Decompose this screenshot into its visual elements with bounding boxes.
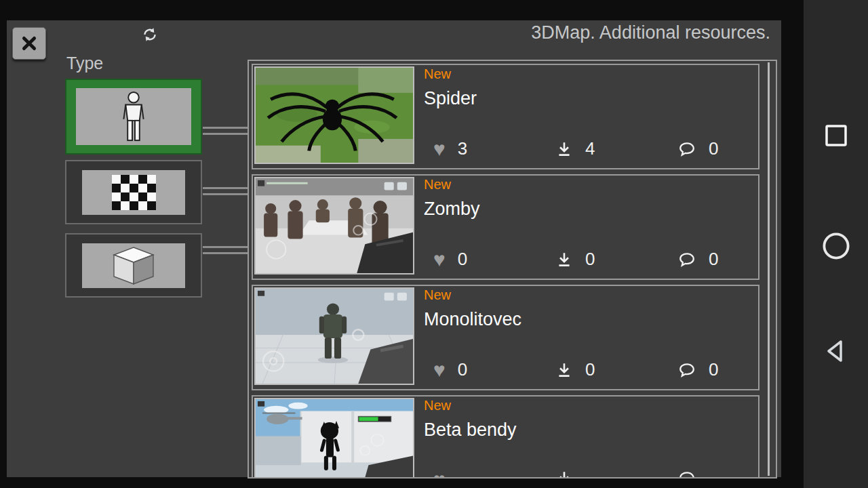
connector-line bbox=[203, 246, 248, 248]
comments-count: 0 bbox=[709, 138, 721, 159]
recents-square-icon bbox=[823, 122, 850, 149]
new-badge: New bbox=[424, 398, 758, 413]
resource-card-zomby[interactable]: New Zomby ♥ 0 0 bbox=[252, 174, 760, 280]
cube-icon bbox=[106, 245, 161, 287]
resource-card-spider[interactable]: New Spider ♥ 3 4 bbox=[252, 64, 760, 169]
back-triangle-icon bbox=[823, 338, 850, 365]
downloads-count: 0 bbox=[585, 249, 597, 270]
resources-panel: 3DMap. Additional resources. Type bbox=[7, 20, 781, 477]
new-badge: New bbox=[424, 177, 758, 192]
home-button[interactable] bbox=[821, 230, 852, 262]
thumbnail-spider bbox=[254, 66, 414, 164]
comments-stat: 0 bbox=[677, 138, 721, 159]
likes-stat: ♥ 3 bbox=[433, 138, 470, 159]
resource-title: Monolitovec bbox=[424, 309, 758, 330]
likes-stat: ♥ bbox=[433, 470, 470, 479]
type-character-thumb bbox=[76, 88, 191, 145]
comments-stat: 0 bbox=[677, 359, 721, 380]
card-body: New Beta bendy ♥ bbox=[416, 396, 758, 479]
stats-row: ♥ bbox=[424, 470, 751, 479]
checkerboard-icon bbox=[112, 175, 156, 210]
likes-stat: ♥ 0 bbox=[433, 249, 470, 270]
resource-title: Beta bendy bbox=[424, 420, 758, 441]
type-label: Type bbox=[66, 54, 103, 73]
type-texture-thumb bbox=[82, 170, 185, 215]
comments-count: 0 bbox=[709, 249, 721, 270]
close-button[interactable] bbox=[12, 27, 46, 60]
close-icon bbox=[20, 35, 38, 52]
download-icon bbox=[555, 470, 573, 479]
connector-line bbox=[203, 133, 248, 135]
android-nav-bar bbox=[804, 0, 868, 488]
likes-count: 0 bbox=[458, 249, 470, 270]
likes-stat: ♥ 0 bbox=[433, 359, 470, 380]
connector-line bbox=[203, 187, 248, 189]
comment-icon bbox=[677, 251, 696, 268]
likes-count: 0 bbox=[458, 359, 470, 380]
connector-line bbox=[203, 252, 248, 254]
refresh-icon[interactable] bbox=[141, 26, 159, 43]
card-body: New Monolitovec ♥ 0 0 bbox=[416, 286, 758, 389]
stats-row: ♥ 0 0 0 bbox=[424, 249, 751, 272]
download-icon bbox=[555, 361, 573, 379]
comment-icon bbox=[677, 361, 696, 379]
resource-list: New Spider ♥ 3 4 bbox=[248, 60, 777, 479]
scrollbar[interactable] bbox=[768, 62, 770, 476]
comments-stat: 0 bbox=[677, 249, 721, 270]
downloads-stat: 0 bbox=[555, 359, 597, 380]
download-icon bbox=[555, 251, 573, 268]
thumbnail-beta-bendy bbox=[254, 398, 414, 479]
comments-stat bbox=[677, 470, 721, 479]
downloads-count: 0 bbox=[585, 359, 597, 380]
type-character-button[interactable] bbox=[65, 79, 202, 155]
connector-line bbox=[203, 127, 248, 129]
downloads-count: 4 bbox=[585, 138, 597, 159]
download-icon bbox=[555, 140, 573, 158]
screen: 3DMap. Additional resources. Type bbox=[0, 0, 868, 488]
resource-title: Zomby bbox=[424, 199, 758, 220]
person-icon bbox=[118, 90, 149, 143]
likes-count: 3 bbox=[458, 138, 470, 159]
downloads-stat: 4 bbox=[555, 138, 597, 159]
heart-icon: ♥ bbox=[433, 470, 446, 479]
downloads-stat bbox=[555, 470, 597, 479]
resource-card-monolitovec[interactable]: New Monolitovec ♥ 0 0 bbox=[252, 285, 760, 390]
thumbnail-monolitovec bbox=[254, 287, 414, 385]
new-badge: New bbox=[424, 287, 758, 303]
comments-count: 0 bbox=[709, 359, 721, 380]
type-model-button[interactable] bbox=[65, 233, 202, 298]
back-button[interactable] bbox=[821, 336, 852, 367]
refresh-arrows-icon bbox=[141, 26, 159, 43]
resource-title: Spider bbox=[424, 88, 758, 109]
recents-button[interactable] bbox=[821, 120, 852, 151]
comment-icon bbox=[677, 140, 696, 158]
type-model-thumb bbox=[82, 243, 185, 288]
heart-icon: ♥ bbox=[433, 249, 446, 270]
resource-card-beta-bendy[interactable]: New Beta bendy ♥ bbox=[252, 395, 760, 479]
card-body: New Zomby ♥ 0 0 bbox=[416, 176, 758, 279]
home-circle-icon bbox=[821, 231, 851, 261]
comment-icon bbox=[677, 470, 696, 479]
type-texture-button[interactable] bbox=[65, 160, 202, 224]
new-badge: New bbox=[424, 66, 758, 82]
stats-row: ♥ 3 4 0 bbox=[424, 138, 751, 161]
connector-line bbox=[203, 193, 248, 195]
page-title: 3DMap. Additional resources. bbox=[531, 22, 770, 43]
heart-icon: ♥ bbox=[433, 139, 446, 159]
stats-row: ♥ 0 0 0 bbox=[424, 359, 751, 382]
heart-icon: ♥ bbox=[433, 360, 446, 380]
thumbnail-zomby bbox=[254, 177, 414, 274]
card-body: New Spider ♥ 3 4 bbox=[416, 65, 758, 168]
downloads-stat: 0 bbox=[555, 249, 597, 270]
